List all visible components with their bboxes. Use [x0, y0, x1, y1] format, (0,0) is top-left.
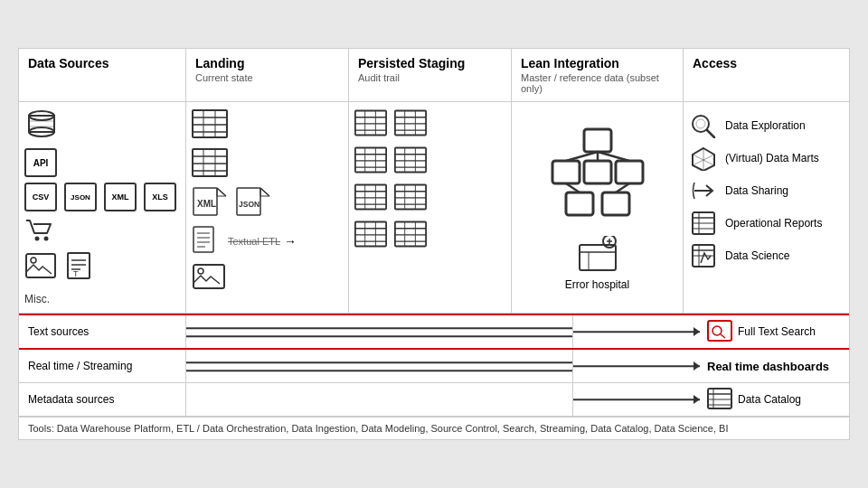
science-label: Data Science — [725, 249, 789, 262]
realtime-dashboards-label: Real time dashboards — [707, 360, 829, 373]
realtime-line-1 — [186, 362, 572, 364]
svg-rect-59 — [395, 148, 426, 173]
svg-line-32 — [260, 188, 269, 196]
reports-icon — [689, 211, 718, 236]
col-header-landing: Landing Current state — [186, 49, 349, 101]
landing-title: Landing — [195, 56, 339, 70]
svg-rect-83 — [395, 222, 426, 247]
metadata-label: Metadata sources — [19, 383, 186, 416]
svg-point-8 — [31, 258, 36, 263]
metadata-row: Metadata sources Data Catalog — [19, 383, 849, 417]
text-sources-label: Text sources — [19, 315, 186, 348]
staging-col — [349, 102, 512, 313]
svg-rect-14 — [193, 110, 227, 137]
landing-sub: Current state — [195, 72, 339, 83]
svg-text:T: T — [73, 269, 79, 278]
svg-rect-34 — [193, 227, 213, 252]
ds-cart-row — [24, 217, 180, 247]
text-sources-line-1 — [186, 328, 572, 330]
svg-rect-20 — [193, 149, 227, 176]
text-sources-access-label-area: Full Text Search — [700, 315, 849, 348]
lean-title: Lean Integration — [521, 56, 674, 70]
text-sources-access — [573, 315, 700, 348]
svg-rect-53 — [355, 148, 386, 173]
access-item-exploration: Data Exploration — [689, 109, 844, 142]
excel-icon: XLS — [144, 183, 176, 211]
database-icon — [24, 109, 59, 143]
error-hospital-section: Error hospital — [565, 236, 629, 291]
header-row: Data Sources Landing Current state Persi… — [19, 49, 849, 102]
landing-xml-icon: XML — [192, 187, 228, 219]
svg-point-5 — [35, 237, 40, 241]
svg-rect-47 — [395, 111, 426, 136]
access-item-reports: Operational Reports — [689, 207, 844, 239]
text-file-icon — [192, 226, 224, 256]
footer: Tools: Data Warehouse Platform, ETL / Da… — [19, 417, 849, 439]
svg-rect-9 — [68, 253, 90, 278]
catalog-icon — [707, 388, 732, 412]
col-header-staging: Persisted Staging Audit trail — [349, 49, 512, 101]
svg-rect-71 — [395, 185, 426, 210]
metadata-access-label-area: Data Catalog — [700, 383, 849, 416]
metadata-arrow — [573, 383, 700, 416]
ds-db-row — [24, 109, 180, 143]
access-item-sharing: Data Sharing — [689, 174, 844, 207]
landing-image-row — [192, 263, 343, 293]
sharing-icon — [689, 178, 718, 203]
realtime-line-2 — [186, 371, 572, 372]
svg-point-6 — [44, 237, 49, 241]
etl-arrow-icon: → — [284, 234, 297, 249]
svg-rect-100 — [580, 245, 616, 270]
staging-table-1b — [394, 109, 427, 139]
science-icon — [689, 243, 718, 268]
svg-rect-93 — [566, 192, 593, 215]
datasources-col: API CSV JSON XML XLS — [19, 102, 186, 313]
svg-text:JSON: JSON — [239, 200, 259, 209]
col-header-datasources: Data Sources — [19, 49, 186, 101]
json-icon: JSON — [64, 183, 97, 211]
landing-icons: XML JSON — [192, 109, 343, 293]
svg-rect-89 — [584, 129, 611, 152]
staging-table-1a — [354, 109, 387, 139]
text-sources-lines — [186, 315, 573, 348]
landing-image-icon — [192, 263, 226, 293]
landing-table-icon-1 — [192, 109, 228, 141]
staging-pair-3 — [354, 183, 505, 213]
svg-rect-65 — [355, 185, 386, 210]
landing-json-icon: JSON — [235, 187, 271, 219]
staging-table-3a — [354, 183, 387, 213]
svg-rect-90 — [552, 161, 580, 183]
text-sources-row: Text sources Full Text Search — [19, 314, 849, 350]
realtime-arrow — [573, 350, 700, 382]
misc-label: Misc. — [24, 293, 180, 305]
landing-table-row-2 — [192, 148, 343, 180]
svg-line-124 — [721, 334, 725, 338]
ds-files-row: CSV JSON XML XLS — [24, 183, 180, 211]
staging-table-4a — [354, 221, 387, 250]
marts-label: (Virtual) Data Marts — [725, 152, 819, 164]
svg-line-28 — [217, 188, 226, 196]
exploration-label: Data Exploration — [725, 119, 806, 132]
text-sources-arrow-line — [573, 331, 700, 333]
reports-label: Operational Reports — [725, 217, 822, 230]
image-icon — [24, 252, 57, 282]
staging-table-3b — [394, 183, 427, 213]
svg-rect-94 — [602, 192, 629, 215]
exploration-icon — [689, 113, 718, 138]
landing-etl-row: Textual ETL → — [192, 226, 343, 256]
svg-rect-41 — [355, 111, 386, 136]
data-catalog-label: Data Catalog — [738, 393, 801, 406]
landing-table-icon-2 — [192, 148, 228, 180]
error-hospital-label: Error hospital — [565, 278, 629, 291]
svg-point-108 — [696, 119, 705, 128]
svg-point-123 — [712, 326, 722, 335]
ds-misc-row: T — [24, 252, 180, 282]
staging-pair-1 — [354, 109, 505, 139]
main-container: Data Sources Landing Current state Persi… — [18, 48, 850, 440]
svg-text:XML: XML — [197, 199, 216, 209]
svg-rect-77 — [355, 222, 386, 247]
metadata-lines — [186, 383, 573, 416]
access-title: Access — [693, 56, 840, 70]
full-text-search-label: Full Text Search — [738, 325, 816, 338]
realtime-arrow-line — [573, 365, 700, 367]
